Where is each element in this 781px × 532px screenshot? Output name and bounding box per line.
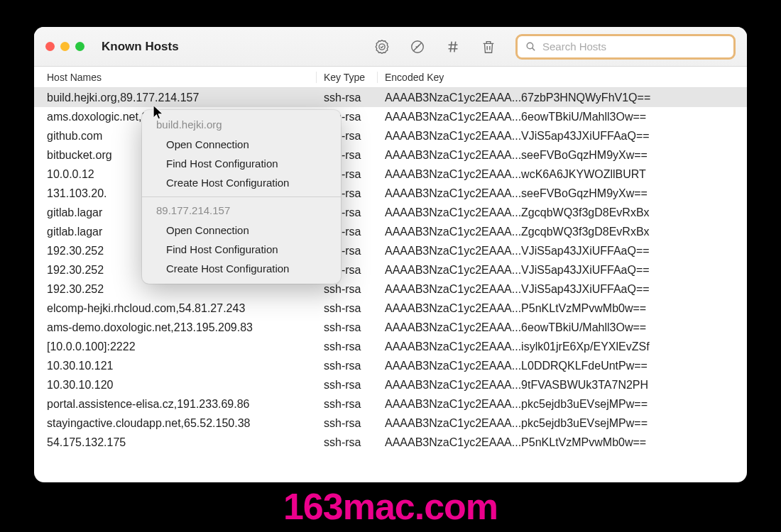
menu-separator [142,196,341,197]
table-row[interactable]: 192.30.252ssh-rsaAAAAB3NzaC1yc2EAAA...VJ… [34,279,747,299]
cell-encoded-key: AAAAB3NzaC1yc2EAAA...6eowTBkiU/Mahll3Ow=… [378,111,747,123]
verify-icon[interactable] [373,38,390,55]
cell-host: 54.175.132.175 [34,436,317,449]
menu-open-connection-ip[interactable]: Open Connection [142,221,341,240]
unverify-icon[interactable] [409,38,426,55]
cell-encoded-key: AAAAB3NzaC1yc2EAAA...ZgcqbWQ3f3gD8EvRxBx [378,206,747,219]
cell-host: portal.assistence-elisa.cz,191.233.69.86 [34,398,317,411]
cell-host: 10.30.10.120 [34,379,317,392]
table-row[interactable]: 131.103.20.ssh-rsaAAAAB3NzaC1yc2EAAA...s… [34,184,747,203]
menu-find-host-config-ip[interactable]: Find Host Configuration [142,240,341,259]
cell-encoded-key: AAAAB3NzaC1yc2EAAA...pkc5ejdb3uEVsejMPw=… [378,417,747,430]
watermark: 163mac.com [0,485,781,528]
zoom-window-button[interactable] [75,42,84,51]
table-row[interactable]: github.comssh-rsaAAAAB3NzaC1yc2EAAA...VJ… [34,126,747,145]
minimize-window-button[interactable] [60,42,70,51]
table-row[interactable]: 54.175.132.175ssh-rsaAAAAB3NzaC1yc2EAAA.… [34,433,747,452]
cell-key-type: ssh-rsa [317,92,378,104]
svg-line-5 [454,41,456,52]
svg-point-8 [527,43,533,49]
svg-line-9 [532,48,535,51]
table-row[interactable]: 10.30.10.120ssh-rsaAAAAB3NzaC1yc2EAAA...… [34,375,747,394]
cell-key-type: ssh-rsa [317,340,378,353]
table-row[interactable]: elcomp-hejki.rhcloud.com,54.81.27.243ssh… [34,299,747,318]
search-input[interactable] [542,40,726,52]
menu-create-host-config[interactable]: Create Host Configuration [142,173,341,192]
traffic-lights [45,42,84,51]
cell-encoded-key: AAAAB3NzaC1yc2EAAA...seeFVBoGqzHM9yXw== [378,187,747,200]
cell-encoded-key: AAAAB3NzaC1yc2EAAA...6eowTBkiU/Mahll3Ow=… [378,321,747,334]
table-row[interactable]: ams.doxologic.net,213.195.209.83ssh-rsaA… [34,107,747,126]
table-row[interactable]: gitlab.lagarssh-rsaAAAAB3NzaC1yc2EAAA...… [34,222,747,241]
cell-host: ams-demo.doxologic.net,213.195.209.83 [34,321,317,334]
cell-encoded-key: AAAAB3NzaC1yc2EAAA...VJiS5ap43JXiUFFAaQ=… [378,283,747,296]
cell-encoded-key: AAAAB3NzaC1yc2EAAA...ZgcqbWQ3f3gD8EvRxBx [378,226,747,238]
cell-host: 192.30.252 [34,283,317,296]
table-row[interactable]: gitlab.lagarssh-rsaAAAAB3NzaC1yc2EAAA...… [34,203,747,222]
cell-host: 10.30.10.121 [34,360,317,372]
table-row[interactable]: build.hejki.org,89.177.214.157ssh-rsaAAA… [34,88,747,107]
table-row[interactable]: portal.assistence-elisa.cz,191.233.69.86… [34,394,747,414]
cell-encoded-key: AAAAB3NzaC1yc2EAAA...isylk01jrE6Xp/EYXlE… [378,340,747,353]
table-row[interactable]: [10.0.0.100]:2222ssh-rsaAAAAB3NzaC1yc2EA… [34,337,747,356]
cell-encoded-key: AAAAB3NzaC1yc2EAAA...P5nKLtVzMPvwMb0w== [378,436,747,449]
titlebar: Known Hosts [34,27,747,67]
cell-key-type: ssh-rsa [317,417,378,430]
hosts-table[interactable]: build.hejki.org,89.177.214.157ssh-rsaAAA… [34,88,747,482]
known-hosts-window: Known Hosts [34,27,747,482]
table-row[interactable]: 192.30.252ssh-rsaAAAAB3NzaC1yc2EAAA...VJ… [34,241,747,260]
cell-encoded-key: AAAAB3NzaC1yc2EAAA...seeFVBoGqzHM9yXw== [378,149,747,162]
cell-encoded-key: AAAAB3NzaC1yc2EAAA...wcK6A6JKYWOZllBURT [378,168,747,181]
cell-host: elcomp-hejki.rhcloud.com,54.81.27.243 [34,302,317,315]
cell-key-type: ssh-rsa [317,302,378,315]
cell-encoded-key: AAAAB3NzaC1yc2EAAA...pkc5ejdb3uEVsejMPw=… [378,398,747,411]
cell-host: [10.0.0.100]:2222 [34,340,317,353]
cell-key-type: ssh-rsa [317,321,378,334]
cell-encoded-key: AAAAB3NzaC1yc2EAAA...P5nKLtVzMPvwMb0w== [378,302,747,315]
table-row[interactable]: bitbucket.orgssh-rsaAAAAB3NzaC1yc2EAAA..… [34,145,747,165]
cell-encoded-key: AAAAB3NzaC1yc2EAAA...VJiS5ap43JXiUFFAaQ=… [378,130,747,143]
close-window-button[interactable] [45,42,55,51]
menu-open-connection[interactable]: Open Connection [142,135,341,154]
menu-create-host-config-ip[interactable]: Create Host Configuration [142,259,341,278]
window-title: Known Hosts [102,40,179,54]
table-row[interactable]: ams-demo.doxologic.net,213.195.209.83ssh… [34,318,747,337]
table-row[interactable]: 10.0.0.12ssh-rsaAAAAB3NzaC1yc2EAAA...wcK… [34,165,747,184]
hash-icon[interactable] [444,38,462,55]
cell-host: build.hejki.org,89.177.214.157 [34,92,317,104]
cell-key-type: ssh-rsa [317,379,378,392]
column-header-host[interactable]: Host Names [34,72,317,83]
cell-encoded-key: AAAAB3NzaC1yc2EAAA...VJiS5ap43JXiUFFAaQ=… [378,245,747,257]
column-header-key[interactable]: Encoded Key [378,72,747,83]
search-icon [525,40,537,52]
search-field[interactable] [515,34,736,60]
cell-encoded-key: AAAAB3NzaC1yc2EAAA...L0DDRQKLFdeUntPw== [378,360,747,372]
table-row[interactable]: 10.30.10.121ssh-rsaAAAAB3NzaC1yc2EAAA...… [34,356,747,375]
menu-find-host-config[interactable]: Find Host Configuration [142,154,341,173]
cell-encoded-key: AAAAB3NzaC1yc2EAAA...9tFVASBWUk3TA7N2PH [378,379,747,392]
table-row[interactable]: stayingactive.cloudapp.net,65.52.150.38s… [34,414,747,433]
column-header-type[interactable]: Key Type [317,72,378,83]
cell-key-type: ssh-rsa [317,436,378,449]
cell-encoded-key: AAAAB3NzaC1yc2EAAA...67zbP3HNQWyFhV1Q== [378,92,747,104]
columns-header: Host Names Key Type Encoded Key [34,67,747,88]
trash-icon[interactable] [480,38,497,55]
toolbar [373,34,736,60]
cell-encoded-key: AAAAB3NzaC1yc2EAAA...VJiS5ap43JXiUFFAaQ=… [378,264,747,277]
context-menu-header-ip: 89.177.214.157 [142,201,341,221]
cell-host: stayingactive.cloudapp.net,65.52.150.38 [34,417,317,430]
table-row[interactable]: 192.30.252ssh-rsaAAAAB3NzaC1yc2EAAA...VJ… [34,260,747,279]
cell-key-type: ssh-rsa [317,360,378,372]
svg-line-4 [450,41,452,52]
context-menu: build.hejki.org Open Connection Find Hos… [142,110,341,284]
cell-key-type: ssh-rsa [317,398,378,411]
context-menu-header-host: build.hejki.org [142,116,341,135]
cell-key-type: ssh-rsa [317,283,378,296]
